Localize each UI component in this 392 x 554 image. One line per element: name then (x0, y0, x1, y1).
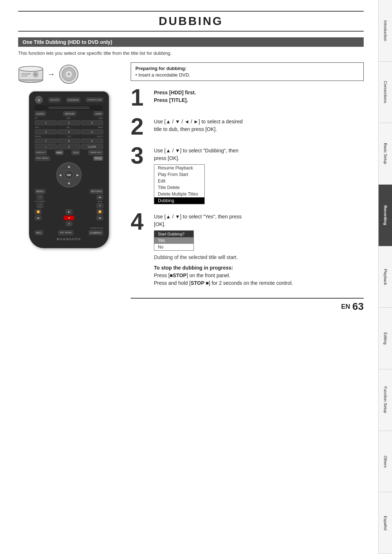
numpad-row2: 4 5 6 (35, 130, 103, 134)
sidebar-tab-function-setup[interactable]: Function Setup (379, 369, 392, 431)
nav-right-icon[interactable]: ► (76, 173, 79, 177)
channel-plus-button[interactable]: + (37, 195, 43, 200)
rec-mode-button[interactable]: REC MODE (58, 230, 73, 235)
svg-point-2 (19, 66, 43, 71)
two-column-layout: → ⏻ STV/TV SOURCE (18, 62, 364, 312)
step-4: 4 Use [▲ / ▼] to select "Yes", then pres… (131, 210, 364, 287)
nav-down-icon[interactable]: ▼ (67, 181, 71, 185)
numpad-row1: 1 2 3 (35, 120, 103, 125)
pause-button[interactable]: ⏸ (66, 221, 72, 226)
menu-item-resume: Resume Playback (154, 165, 204, 171)
page-title: DUBBING (18, 11, 364, 32)
page-label: EN (341, 303, 350, 311)
stop-button[interactable]: ■ (64, 216, 74, 220)
step-3-line1: Use [▲ / ▼] to select "Dubbing", then (154, 147, 238, 155)
left-column: → ⏻ STV/TV SOURCE (18, 62, 120, 312)
num1-button[interactable]: 1 (35, 120, 57, 125)
skip-forward-button[interactable]: ⏭ (97, 195, 103, 200)
dvd-button[interactable]: DVD (72, 150, 80, 155)
play-button[interactable]: ▶ (66, 209, 72, 214)
right-column: Preparing for dubbing: • Insert a record… (131, 62, 364, 312)
by-abc-def-row: BY: ABC DEF (35, 117, 103, 119)
preparing-box: Preparing for dubbing: • Insert a record… (131, 62, 364, 81)
source-button[interactable]: SOURCE (66, 98, 80, 102)
step-4-line1: Use [▲ / ▼] to select "Yes", then press (154, 213, 293, 221)
dialog-box: Start Dubbing? Yes No (154, 230, 194, 251)
svg-point-4 (35, 73, 37, 75)
dubbing-button[interactable]: DUBBING (89, 230, 103, 235)
abc-label: ABC (66, 117, 71, 119)
step-3-number: 3 (131, 144, 149, 167)
hdmi-button[interactable]: HDMI (94, 111, 103, 116)
title-button[interactable]: TITLE (93, 156, 103, 161)
sidebar-tab-espanol[interactable]: Español (379, 492, 392, 554)
sidebar-tab-basic-setup[interactable]: Basic Setup (379, 123, 392, 185)
next-button[interactable]: ⏭ (97, 216, 103, 220)
hdd-button[interactable]: HDD (55, 150, 64, 155)
num7-button[interactable]: 7 (35, 139, 57, 143)
step-3-line2: press [OK]. (154, 155, 238, 162)
num8-button[interactable]: 8 (58, 139, 80, 143)
section-header: One Title Dubbing (HDD to DVD only) (18, 37, 364, 47)
step-4-number: 4 (131, 210, 149, 233)
rec-button[interactable]: REC (35, 230, 43, 235)
num5-button[interactable]: 5 (58, 130, 80, 134)
menu-button[interactable]: MENU (35, 189, 45, 194)
display-button[interactable]: DISPLAY (35, 150, 47, 155)
remote-control: ⏻ STV/TV SOURCE OPEN/CLOSE AUDIO REPEAT … (29, 91, 109, 248)
sidebar-tab-editing[interactable]: Editing (379, 308, 392, 369)
sidebar-tab-recording[interactable]: Recording (379, 185, 392, 246)
open-close-button[interactable]: OPEN/CLOSE (86, 98, 103, 102)
step-3-content: Use [▲ / ▼] to select "Dubbing", then pr… (154, 144, 238, 204)
num2-button[interactable]: 2 (58, 120, 80, 125)
arrow-right-icon: → (47, 70, 55, 79)
remote-top-row: ⏻ STV/TV SOURCE OPEN/CLOSE (35, 96, 103, 104)
num4-button[interactable]: 4 (35, 130, 57, 134)
dot-button[interactable]: • (35, 144, 57, 149)
replay-button[interactable]: ↺ (97, 203, 103, 208)
nav-area: ▲ ▼ ◄ ► OK (35, 162, 103, 188)
num6-button[interactable]: 6 (81, 130, 103, 134)
prev-button[interactable]: ⏮ (35, 216, 41, 220)
by-label: BY: (35, 117, 38, 119)
step-1-line2: Press [TITLE]. (154, 97, 188, 103)
clear-button[interactable]: CLEAR (81, 144, 103, 149)
menu-item-play-from-start: Play From Start (154, 171, 204, 178)
dialog-item-no: No (154, 244, 193, 250)
fast-forward-button[interactable]: ⏩ (97, 209, 103, 214)
audio-repeat-row: AUDIO REPEAT HDMI (35, 111, 103, 116)
num0-button[interactable]: 0 (58, 144, 80, 149)
remote-container: ⏻ STV/TV SOURCE OPEN/CLOSE AUDIO REPEAT … (18, 91, 120, 248)
transport-row1: ⏪ ▶ ⏩ (35, 209, 103, 214)
menu-item-title-delete: Title Delete (154, 184, 204, 191)
stv-tv-button[interactable]: STV/TV (49, 98, 61, 102)
remote-brand: MAGNAVOX (35, 237, 103, 241)
timer-rec-button[interactable]: TIMER REC (88, 150, 103, 155)
step-3: 3 Use [▲ / ▼] to select "Dubbing", then … (131, 144, 364, 204)
repeat-button[interactable]: REPEAT (63, 111, 76, 116)
step-1-content: Press [HDD] first. Press [TITLE]. (154, 86, 196, 104)
wxyz-label: WXYZ (97, 135, 103, 138)
channel-minus-button[interactable]: – (37, 203, 43, 208)
nav-up-icon[interactable]: ▲ (67, 164, 71, 168)
num9-button[interactable]: 9 (81, 139, 103, 143)
power-button[interactable]: ⏻ (35, 96, 43, 104)
jkl-label: JKL (66, 126, 70, 128)
rewind-button[interactable]: ⏪ (35, 209, 41, 214)
nav-left-icon[interactable]: ◄ (58, 173, 62, 177)
sidebar-tab-others[interactable]: Others (379, 431, 392, 493)
disc-menu-title-row: DISC MENU TITLE (35, 156, 103, 161)
sidebar-tab-playback[interactable]: Playback (379, 246, 392, 308)
audio-button[interactable]: AUDIO (35, 111, 46, 116)
num3-button[interactable]: 3 (81, 120, 103, 125)
step-1-line1: Press [HDD] first. (154, 90, 196, 95)
return-button[interactable]: RETURN (90, 189, 103, 194)
stop-line1: Press [■STOP] on the front panel. (154, 272, 293, 279)
disc-menu-button[interactable]: DISC MENU (35, 156, 50, 161)
sidebar-tab-connections[interactable]: Connections (379, 62, 392, 123)
preparing-title: Preparing for dubbing: (135, 66, 359, 71)
step-2-number: 2 (131, 115, 149, 138)
device-illustration: → (18, 64, 120, 84)
dialog-item-yes: Yes (154, 237, 193, 244)
sidebar-tab-introduction[interactable]: Introduction (379, 0, 392, 62)
